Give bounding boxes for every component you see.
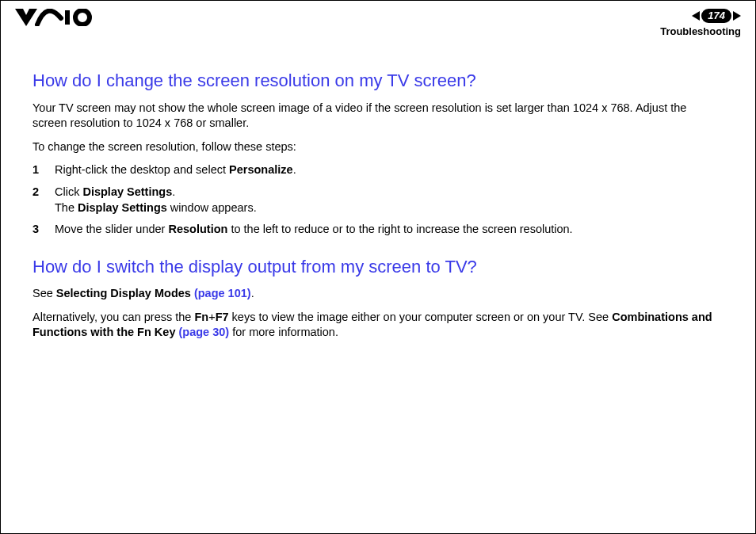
- link-page-30[interactable]: (page 30): [178, 326, 229, 338]
- steps-list: Right-click the desktop and select Perso…: [32, 162, 724, 237]
- prev-page-arrow[interactable]: [692, 11, 700, 21]
- page-number: 174: [701, 9, 731, 23]
- intro-text: Your TV screen may not show the whole sc…: [32, 101, 724, 132]
- vaio-logo: [15, 9, 94, 26]
- section-label: Troubleshooting: [660, 25, 741, 37]
- heading-switch-output: How do I switch the display output from …: [32, 255, 724, 279]
- step-3: Move the slider under Resolution to the …: [32, 222, 724, 238]
- document-page: 174 Troubleshooting How do I change the …: [0, 0, 756, 534]
- page-header: 174 Troubleshooting: [1, 1, 755, 37]
- page-content: How do I change the screen resolution on…: [1, 37, 755, 341]
- link-page-101[interactable]: (page 101): [194, 287, 251, 299]
- see-display-modes: See Selecting Display Modes (page 101).: [32, 286, 724, 302]
- step-2: Click Display Settings. The Display Sett…: [32, 185, 724, 216]
- svg-rect-0: [65, 10, 70, 25]
- lead-text: To change the screen resolution, follow …: [32, 139, 724, 155]
- svg-point-1: [75, 10, 90, 25]
- step-1: Right-click the desktop and select Perso…: [32, 162, 724, 178]
- next-page-arrow[interactable]: [733, 11, 741, 21]
- fn-f7-instruction: Alternatively, you can press the Fn+F7 k…: [32, 310, 724, 341]
- heading-resolution: How do I change the screen resolution on…: [32, 69, 724, 93]
- header-nav: 174 Troubleshooting: [660, 9, 741, 37]
